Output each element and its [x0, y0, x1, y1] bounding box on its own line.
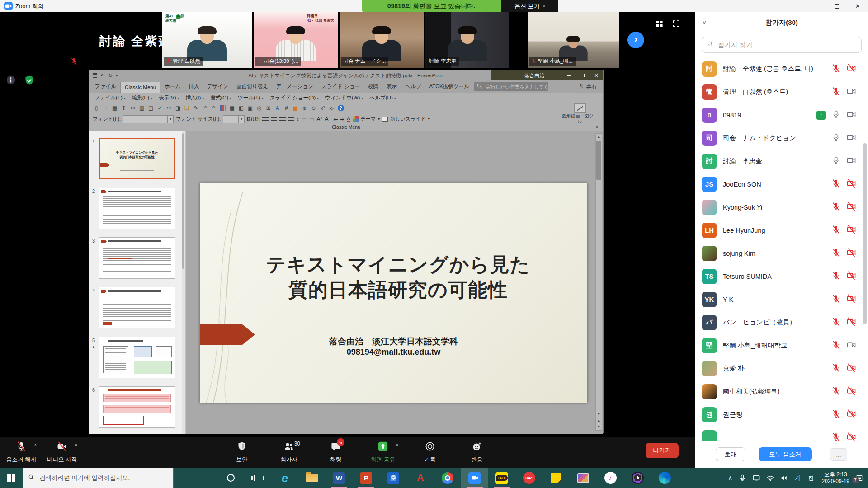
tab-ヘルプ[interactable]: ヘルプ	[401, 81, 425, 93]
reactions-button[interactable]: 반응	[460, 437, 494, 468]
help-icon[interactable]: ?	[337, 104, 344, 112]
format-painter-icon[interactable]: ✎	[192, 104, 200, 112]
cut-icon[interactable]: ✂	[165, 104, 173, 112]
invite-button[interactable]: 초대	[716, 447, 745, 461]
tab-挿入[interactable]: 挿入	[184, 81, 203, 93]
menu-ファイル[interactable]: ファイル(F)▾	[92, 94, 128, 102]
new-slide-button[interactable]: 新しいスライド	[390, 116, 426, 122]
display-tray-icon[interactable]	[752, 474, 760, 482]
fullscreen-icon[interactable]	[672, 19, 680, 28]
tell-me-search[interactable]	[474, 82, 548, 91]
next-videos-button[interactable]: ›	[627, 32, 644, 48]
wifi-icon[interactable]	[766, 474, 774, 482]
paste-icon[interactable]: ❏	[183, 104, 191, 112]
panel-collapse-icon[interactable]: ˅	[703, 19, 706, 26]
font-color-icon[interactable]: A	[347, 116, 350, 122]
slide-thumbnail-frame[interactable]	[99, 188, 175, 229]
tab-表示[interactable]: 表示	[382, 81, 401, 93]
menu-編集[interactable]: 編集(E)▾	[129, 94, 155, 102]
taskbar-app-video-editor[interactable]	[570, 468, 597, 488]
tab-ホーム[interactable]: ホーム	[160, 81, 184, 93]
menu-挿入[interactable]: 挿入(I)▾	[183, 94, 207, 102]
customize-qat-icon[interactable]: ▾	[116, 74, 118, 78]
slide-thumbnail-5[interactable]: 5★	[89, 337, 185, 386]
volume-icon[interactable]	[780, 474, 788, 482]
spelling-icon[interactable]: ✔	[156, 104, 164, 112]
slide-thumbnail-frame[interactable]: テキストマイニングから見た質的日本語研究の可能性	[99, 138, 175, 179]
participant-row[interactable]: 009819↑	[695, 103, 868, 127]
copy-icon[interactable]: ◨	[174, 104, 182, 112]
taskbar-app-sticky-memo[interactable]	[542, 468, 570, 488]
taskbar-app-gom-recorder[interactable]: Rec	[515, 468, 542, 488]
font-size-combobox[interactable]: ▾	[223, 115, 245, 123]
slide-thumbnail-frame[interactable]	[99, 237, 175, 279]
text-box-icon[interactable]: ⊞	[264, 104, 272, 112]
hyperlink-icon[interactable]: ◎	[255, 104, 263, 112]
print-preview-icon[interactable]: ◫	[147, 104, 155, 112]
open-icon[interactable]: ▱	[102, 104, 109, 112]
taskbar-app-hancom[interactable]: 호	[380, 468, 407, 488]
taskbar-app-media-player[interactable]	[624, 468, 651, 488]
shadow-button[interactable]: S	[256, 116, 260, 122]
slide-canvas[interactable]: テキストマイニングから見た 質的日本語研究の可能性 落合由治 淡江大学日本語文学…	[200, 183, 587, 403]
save-icon[interactable]	[93, 73, 97, 78]
align-right-icon[interactable]	[279, 117, 286, 121]
taskbar-app-kakaotalk[interactable]: TALK	[488, 468, 515, 488]
participant-row[interactable]: Kyong-Suk Yi	[695, 196, 868, 219]
participant-row[interactable]: 討討論 全紫蓮 (공동 호스트, 나)	[695, 57, 868, 80]
search-icon[interactable]: ⊙	[310, 104, 317, 112]
taskbar-app-itunes[interactable]: ♪	[597, 468, 624, 488]
participant-row[interactable]	[695, 426, 868, 441]
unmute-button[interactable]: ∧음소거 해제	[5, 437, 38, 468]
video-tile[interactable]: 堅嗣 小島_배...	[528, 12, 619, 68]
increase-indent-icon[interactable]: ⇥	[340, 116, 344, 122]
font-name-combobox[interactable]: ▾	[123, 115, 174, 123]
redo-icon[interactable]: ↷	[210, 104, 218, 112]
insert-table-icon[interactable]: ▦	[228, 104, 236, 112]
participant-row[interactable]: TSTetsuro SUMIDA	[695, 265, 868, 288]
collapse-ribbon-icon[interactable]: ∧	[595, 124, 599, 129]
meeting-info-icon[interactable]	[5, 75, 16, 88]
superscript-icon[interactable]: x²	[319, 104, 326, 112]
participant-row[interactable]: 司司会 ナム・ドクヒョン	[695, 127, 868, 150]
menu-書式[interactable]: 書式(O)▾	[208, 94, 234, 102]
record-button[interactable]: 기록	[413, 437, 447, 468]
leave-meeting-button[interactable]: 나가기	[646, 443, 679, 458]
slide-scrollbar[interactable]: ▲ ▼ ▲ ▼	[595, 133, 602, 431]
start-video-button[interactable]: ∧비디오 시작	[45, 437, 79, 468]
slide-thumbnail-1[interactable]: 1テキストマイニングから見た質的日本語研究の可能性	[89, 138, 185, 188]
bold-button[interactable]: B	[247, 116, 251, 122]
next-slide-button[interactable]: ▼	[597, 424, 601, 430]
tab-classic-menu[interactable]: Classic Menu	[120, 82, 160, 93]
video-tile[interactable]: 第41・42回表大會管理 白以然	[162, 12, 252, 68]
hidden-icons-chevron-icon[interactable]: ∧	[728, 474, 733, 481]
print-icon[interactable]: ▥	[138, 104, 146, 112]
chevron-up-icon[interactable]: ∧	[396, 442, 399, 447]
align-left-icon[interactable]	[262, 117, 269, 121]
maximize-button[interactable]	[826, 0, 847, 12]
tab-スライド-ショー[interactable]: スライド ショー	[317, 81, 364, 93]
tab-デザイン[interactable]: デザイン	[203, 81, 232, 93]
tab-アニメーション[interactable]: アニメーション	[272, 81, 317, 93]
taskbar-app-task-view[interactable]	[244, 468, 271, 488]
taskbar-app-file-explorer[interactable]	[298, 468, 326, 488]
taskbar-app-chrome[interactable]	[434, 468, 461, 488]
gallery-view-icon[interactable]	[655, 19, 664, 28]
participant-row[interactable]: ババン ヒョンビ（教員）	[695, 311, 868, 334]
new-icon[interactable]: ▯	[93, 104, 100, 112]
participant-row[interactable]: LHLee HyunJung	[695, 219, 868, 242]
share-button[interactable]: 共有	[578, 83, 597, 90]
color-fill-icon[interactable]: ▆	[292, 104, 299, 112]
participants-button[interactable]: 30참가자	[272, 437, 306, 468]
taskbar-app-internet-explorer[interactable]: e	[271, 468, 298, 488]
taskbar-app-acrobat[interactable]: A	[407, 468, 434, 488]
view-options-button[interactable]: 옵션 보기˅	[501, 0, 558, 12]
export-icon[interactable]: ↧	[120, 104, 127, 112]
bullets-icon[interactable]: ≔	[302, 116, 307, 122]
increase-font-icon[interactable]: A⁺	[317, 116, 323, 122]
participant-row[interactable]: 討討論 李忠奎	[695, 150, 868, 173]
theme-button[interactable]: テーマ	[361, 116, 376, 122]
participant-row[interactable]: 권권근령	[695, 403, 868, 426]
participant-row[interactable]: YKY K	[695, 288, 868, 311]
taskbar-search-input[interactable]	[38, 474, 165, 482]
